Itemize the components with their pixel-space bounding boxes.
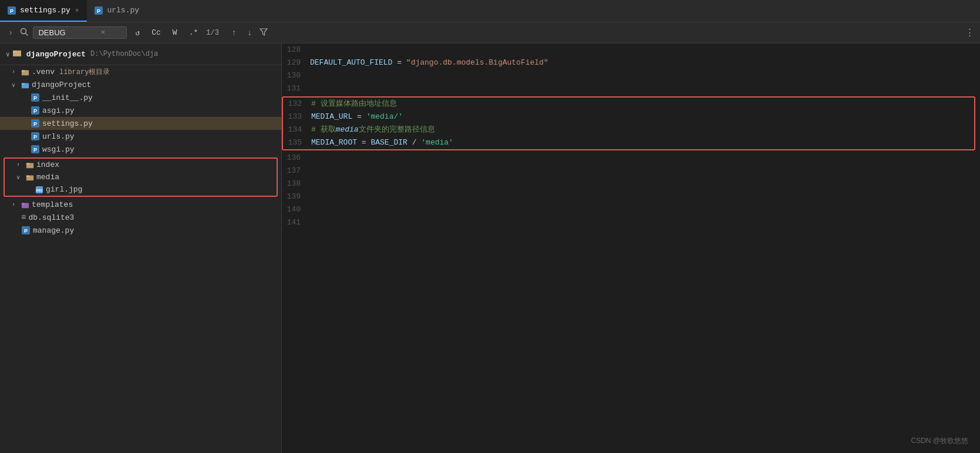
chevron-down-icon-media: ∨ bbox=[16, 174, 23, 181]
code-line-134: 134 # 获取media文件夹的完整路径信息 bbox=[283, 123, 974, 136]
sidebar-item-girl-jpg[interactable]: IMG girl.jpg bbox=[5, 183, 277, 196]
sidebar-label-venv: .venv bbox=[32, 68, 55, 76]
search-expand-btn[interactable]: › bbox=[6, 27, 15, 39]
sidebar-label-wsgi: wsgi.py bbox=[42, 145, 75, 154]
search-w-btn[interactable]: W bbox=[169, 26, 181, 39]
sidebar-header: ∨ djangoProject D:\PythonDoc\dja bbox=[0, 43, 281, 65]
sidebar-label-index: index bbox=[36, 160, 59, 169]
folder-icon-media bbox=[26, 173, 34, 182]
sidebar-item-media[interactable]: ∨ media bbox=[5, 171, 277, 183]
sidebar-item-urls[interactable]: P urls.py bbox=[0, 130, 281, 143]
python-icon-settings-sidebar: P bbox=[31, 119, 40, 128]
sidebar-label-settings: settings.py bbox=[42, 119, 93, 128]
line-num-131: 131 bbox=[282, 82, 310, 95]
code-red-box: 132 # 设置媒体路由地址信息 133 MEDIA_URL = 'media/… bbox=[282, 96, 975, 150]
code-line-128: 128 bbox=[282, 43, 980, 56]
sidebar-label-djangoproject: djangoProject bbox=[32, 80, 91, 89]
svg-text:P: P bbox=[97, 8, 100, 14]
python-icon-manage: P bbox=[21, 226, 31, 235]
sidebar-label-manage: manage.py bbox=[33, 226, 74, 235]
code-lines: 128 129 DEFAULT_AUTO_FIELD = "django.db.… bbox=[282, 43, 980, 229]
line-num-141: 141 bbox=[282, 216, 310, 229]
search-cc-btn[interactable]: Cc bbox=[148, 26, 164, 39]
tab-urls[interactable]: P urls.py bbox=[87, 0, 146, 22]
tab-settings-close[interactable]: × bbox=[74, 6, 80, 15]
folder-icon-templates bbox=[21, 201, 29, 209]
search-clear-btn[interactable]: × bbox=[100, 28, 105, 37]
sidebar-item-venv[interactable]: › .venv library根目录 bbox=[0, 65, 281, 79]
python-icon-urls-sidebar: P bbox=[31, 132, 40, 141]
search-input-wrapper: × bbox=[33, 26, 127, 39]
line-content-129: DEFAULT_AUTO_FIELD = "django.db.models.B… bbox=[310, 56, 980, 69]
sidebar-item-settings[interactable]: P settings.py bbox=[0, 117, 281, 130]
chevron-right-icon-templates: › bbox=[12, 202, 19, 208]
search-filter-btn[interactable] bbox=[260, 28, 268, 38]
tab-settings[interactable]: P settings.py × bbox=[0, 0, 87, 22]
chevron-down-icon: ∨ bbox=[12, 82, 19, 89]
svg-rect-26 bbox=[26, 175, 29, 177]
search-regex-btn[interactable]: .* bbox=[186, 26, 202, 39]
sidebar-sublabel-venv: library根目录 bbox=[59, 67, 110, 77]
sidebar-label-girl-jpg: girl.jpg bbox=[46, 185, 82, 194]
search-input[interactable] bbox=[38, 28, 97, 37]
folder-icon-djangoproject bbox=[21, 81, 29, 89]
search-icon-btn[interactable] bbox=[20, 28, 28, 38]
line-content-135: MEDIA_ROOT = BASE_DIR / 'media' bbox=[311, 136, 974, 149]
svg-rect-10 bbox=[22, 70, 25, 72]
svg-text:P: P bbox=[24, 228, 28, 234]
svg-rect-24 bbox=[26, 163, 29, 165]
sidebar-item-db[interactable]: ≡ db.sqlite3 bbox=[0, 211, 281, 224]
sidebar-chevron[interactable]: ∨ bbox=[6, 51, 10, 58]
sidebar-label-templates: templates bbox=[32, 200, 73, 209]
red-border-section: › index ∨ media IMG girl.jpg bbox=[4, 157, 278, 197]
svg-rect-12 bbox=[22, 83, 25, 85]
code-editor[interactable]: 128 129 DEFAULT_AUTO_FIELD = "django.db.… bbox=[282, 43, 980, 453]
line-num-137: 137 bbox=[282, 165, 310, 177]
line-num-135: 135 bbox=[283, 136, 311, 149]
line-num-140: 140 bbox=[282, 203, 310, 216]
code-line-135: 135 MEDIA_ROOT = BASE_DIR / 'media' bbox=[283, 136, 974, 149]
search-bar: › × ↺ Cc W .* 1/3 ↑ ↓ ⋮ bbox=[0, 22, 980, 43]
svg-text:P: P bbox=[33, 121, 37, 127]
svg-rect-8 bbox=[13, 51, 16, 52]
sidebar-label-urls: urls.py bbox=[42, 132, 75, 141]
chevron-right-icon-index: › bbox=[16, 162, 23, 168]
python-icon-wsgi: P bbox=[31, 145, 40, 154]
code-line-133: 133 MEDIA_URL = 'media/' bbox=[283, 110, 974, 123]
code-line-136: 136 bbox=[282, 152, 980, 165]
var-default-auto: DEFAULT_AUTO_FIELD bbox=[310, 58, 392, 67]
tab-bar: P settings.py × P urls.py bbox=[0, 0, 980, 22]
code-line-129: 129 DEFAULT_AUTO_FIELD = "django.db.mode… bbox=[282, 56, 980, 69]
line-num-129: 129 bbox=[282, 56, 310, 69]
line-num-138: 138 bbox=[282, 177, 310, 190]
line-content-134: # 获取media文件夹的完整路径信息 bbox=[311, 123, 974, 136]
line-num-133: 133 bbox=[283, 110, 311, 123]
code-line-130: 130 bbox=[282, 69, 980, 82]
sidebar: ∨ djangoProject D:\PythonDoc\dja › .venv… bbox=[0, 43, 282, 453]
line-content-133: MEDIA_URL = 'media/' bbox=[311, 110, 974, 123]
search-more-btn[interactable]: ⋮ bbox=[965, 27, 974, 38]
line-content-132: # 设置媒体路由地址信息 bbox=[311, 98, 974, 110]
main-content: ∨ djangoProject D:\PythonDoc\dja › .venv… bbox=[0, 43, 980, 453]
sidebar-root-label: djangoProject bbox=[26, 50, 86, 59]
svg-text:P: P bbox=[33, 95, 37, 101]
search-up-btn[interactable]: ↑ bbox=[228, 27, 239, 39]
sidebar-item-wsgi[interactable]: P wsgi.py bbox=[0, 143, 281, 156]
python-icon-init: P bbox=[31, 93, 40, 102]
svg-line-5 bbox=[26, 33, 28, 35]
db-icon: ≡ bbox=[21, 213, 26, 222]
watermark: CSDN @牧歌悠悠 bbox=[911, 436, 968, 446]
svg-marker-6 bbox=[260, 29, 267, 35]
sidebar-item-asgi[interactable]: P asgi.py bbox=[0, 104, 281, 117]
svg-text:P: P bbox=[33, 147, 37, 153]
search-reload-btn[interactable]: ↺ bbox=[132, 26, 143, 39]
line-num-136: 136 bbox=[282, 152, 310, 165]
line-num-130: 130 bbox=[282, 69, 310, 82]
sidebar-item-templates[interactable]: › templates bbox=[0, 199, 281, 211]
sidebar-item-index[interactable]: › index bbox=[5, 159, 277, 171]
sidebar-item-manage[interactable]: P manage.py bbox=[0, 224, 281, 237]
search-down-btn[interactable]: ↓ bbox=[244, 27, 255, 39]
sidebar-item-init[interactable]: P __init__.py bbox=[0, 91, 281, 104]
sidebar-item-djangoproject-folder[interactable]: ∨ djangoProject bbox=[0, 79, 281, 91]
code-line-139: 139 bbox=[282, 190, 980, 203]
